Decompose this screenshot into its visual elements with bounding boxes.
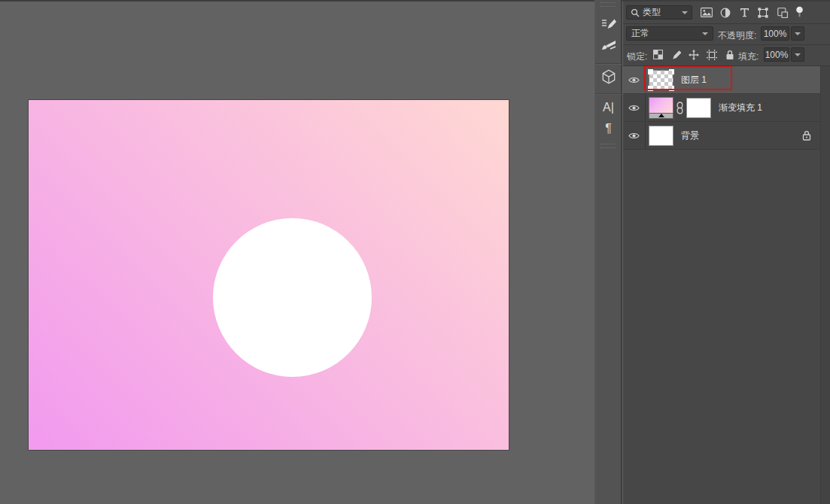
lock-position-icon[interactable] — [688, 48, 701, 61]
lock-label: 锁定: — [627, 50, 647, 63]
selection-corner — [669, 86, 674, 91]
eye-icon — [628, 132, 640, 140]
layer-row-gradient-fill[interactable]: 渐变填充 1 — [623, 94, 820, 122]
panel-scroll-gutter[interactable] — [820, 66, 830, 504]
lock-buttons — [652, 48, 736, 61]
opacity-value-field[interactable]: 100% — [761, 26, 789, 41]
character-panel-glyph: A| — [603, 102, 614, 114]
opacity-dropdown-button[interactable] — [791, 26, 804, 41]
visibility-toggle[interactable] — [623, 122, 646, 149]
brush-presets-icon[interactable] — [595, 35, 622, 56]
image-filter-icon[interactable] — [700, 6, 713, 19]
gradient-stop-icon — [658, 114, 664, 117]
layer-row-layer1[interactable]: 图层 1 — [623, 66, 820, 94]
layer-mask-thumbnail[interactable] — [686, 98, 711, 118]
paragraph-panel-icon[interactable]: ¶ — [595, 118, 622, 139]
filter-toggle-pin-icon[interactable] — [794, 4, 804, 20]
dock-separator — [595, 93, 622, 94]
3d-panel-icon[interactable] — [595, 66, 622, 87]
eye-icon — [628, 104, 640, 112]
dock-grip-handle[interactable] — [600, 144, 616, 148]
panel-divider — [623, 23, 830, 24]
fill-value: 100% — [765, 50, 789, 60]
layer-filter-type-label: 类型 — [643, 6, 661, 19]
paragraph-panel-glyph: ¶ — [605, 123, 612, 135]
blend-mode-select[interactable]: 正常 — [626, 26, 713, 41]
photoshop-window: { "colors": { "pasteboard": "#626262", "… — [0, 0, 830, 504]
fill-label: 填充: — [738, 50, 759, 63]
fill-dropdown-button[interactable] — [791, 47, 804, 62]
layers-panel: 类型 — [623, 2, 830, 504]
lock-transparency-icon[interactable] — [652, 48, 664, 61]
canvas-pasteboard[interactable] — [0, 2, 594, 504]
lock-all-icon[interactable] — [723, 48, 736, 61]
shape-filter-icon[interactable] — [757, 6, 770, 19]
selection-corner — [648, 69, 653, 74]
panel-dock-strip: A| ¶ — [594, 0, 622, 504]
adjustment-filter-icon[interactable] — [719, 6, 731, 19]
canvas-document[interactable] — [29, 100, 509, 450]
selection-corner — [648, 86, 653, 91]
opacity-label: 不透明度: — [718, 29, 756, 42]
smart-object-filter-icon[interactable] — [776, 6, 789, 19]
chevron-down-icon — [795, 53, 801, 56]
chevron-down-icon — [795, 32, 801, 35]
layer-filter-type-select[interactable]: 类型 — [626, 5, 692, 20]
visibility-toggle[interactable] — [623, 94, 646, 121]
gradient-swatch — [649, 97, 673, 113]
panel-divider — [623, 44, 830, 45]
layer-thumbnail-transparent[interactable] — [649, 70, 673, 90]
layers-list: 图层 1 渐变填充 1 — [623, 66, 820, 150]
fill-value-field[interactable]: 100% — [764, 47, 789, 62]
visibility-toggle[interactable] — [623, 66, 646, 93]
dock-grip-handle[interactable] — [600, 2, 616, 7]
dock-separator — [595, 63, 622, 64]
chevron-down-icon — [682, 11, 688, 14]
layer-name[interactable]: 背景 — [681, 129, 699, 142]
layer-row-background[interactable]: 背景 — [623, 122, 820, 150]
gradient-fill-thumbnail[interactable] — [649, 97, 673, 119]
type-filter-icon[interactable] — [738, 6, 751, 19]
lock-pixels-icon[interactable] — [670, 48, 683, 61]
layer-thumbnail-white[interactable] — [649, 126, 673, 146]
eye-icon — [628, 76, 640, 84]
layer-name[interactable]: 图层 1 — [681, 74, 707, 87]
selection-corner — [669, 69, 674, 74]
character-panel-icon[interactable]: A| — [595, 97, 622, 118]
lock-artboard-icon[interactable] — [705, 48, 718, 61]
brush-settings-icon[interactable] — [595, 14, 622, 35]
blend-mode-value: 正常 — [631, 27, 649, 40]
layer-filter-buttons — [700, 5, 789, 20]
layer-name[interactable]: 渐变填充 1 — [719, 102, 762, 114]
opacity-value: 100% — [764, 29, 787, 39]
chevron-down-icon — [702, 32, 708, 35]
search-icon — [631, 6, 640, 19]
mask-link-icon[interactable] — [676, 102, 683, 114]
background-lock-icon[interactable] — [802, 130, 811, 141]
gradient-slider-bar — [649, 113, 673, 119]
white-circle-graphic — [213, 218, 372, 377]
